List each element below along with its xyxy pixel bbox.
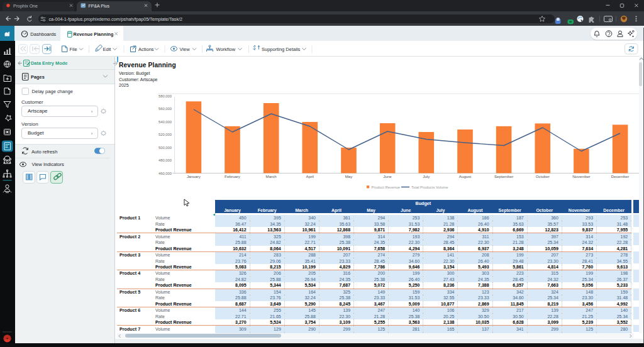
svg-text:January: January bbox=[187, 174, 201, 179]
svg-text:July: July bbox=[423, 174, 430, 179]
svg-text:460,000: 460,000 bbox=[158, 172, 172, 175]
svg-text:Revenue Planning: Revenue Planning bbox=[74, 31, 114, 37]
svg-text:August: August bbox=[459, 174, 472, 179]
svg-text:Data Entry Mode: Data Entry Mode bbox=[31, 60, 67, 66]
svg-text:View: View bbox=[180, 47, 191, 52]
svg-text:Total Products Volume: Total Products Volume bbox=[411, 185, 448, 189]
svg-text:560,000: 560,000 bbox=[158, 107, 172, 111]
svg-text:Actions: Actions bbox=[138, 47, 154, 52]
svg-text:View Indicators: View Indicators bbox=[32, 162, 65, 167]
svg-text:February: February bbox=[225, 174, 241, 179]
svg-text:April: April bbox=[306, 174, 314, 179]
svg-text:500,000: 500,000 bbox=[158, 146, 172, 150]
svg-text:Customer: Customer bbox=[21, 99, 43, 105]
svg-text:June: June bbox=[383, 174, 392, 179]
svg-text:September: September bbox=[494, 174, 513, 179]
svg-text:480,000: 480,000 bbox=[158, 158, 172, 162]
svg-text:File: File bbox=[70, 47, 77, 52]
svg-text:Edit: Edit bbox=[103, 47, 112, 52]
svg-text:FP&A Plus: FP&A Plus bbox=[89, 4, 110, 8]
svg-text:Delay page change: Delay page change bbox=[32, 89, 73, 94]
svg-text:October: October bbox=[536, 174, 550, 179]
svg-text:Version: Version bbox=[21, 121, 38, 127]
svg-text:Dashboards: Dashboards bbox=[30, 31, 56, 37]
svg-text:580,000: 580,000 bbox=[158, 94, 172, 98]
svg-text:March: March bbox=[266, 174, 277, 179]
svg-text:Workflow: Workflow bbox=[216, 47, 236, 52]
svg-text:November: November bbox=[572, 174, 591, 179]
svg-text:Supporting Details: Supporting Details bbox=[262, 47, 301, 52]
svg-text:May: May bbox=[345, 174, 353, 179]
svg-text:ca-004-1-fpaplus.prophixdemo.c: ca-004-1-fpaplus.prophixdemo.com/pshah/f… bbox=[49, 16, 183, 22]
svg-text:Prophix One: Prophix One bbox=[13, 4, 38, 9]
svg-text:540,000: 540,000 bbox=[158, 120, 172, 124]
svg-text:Pages: Pages bbox=[31, 74, 45, 80]
svg-text:Product Revenue: Product Revenue bbox=[372, 185, 401, 189]
svg-text:520,000: 520,000 bbox=[158, 133, 172, 136]
svg-text:December: December bbox=[611, 174, 630, 179]
svg-text:Auto refresh: Auto refresh bbox=[31, 149, 57, 155]
